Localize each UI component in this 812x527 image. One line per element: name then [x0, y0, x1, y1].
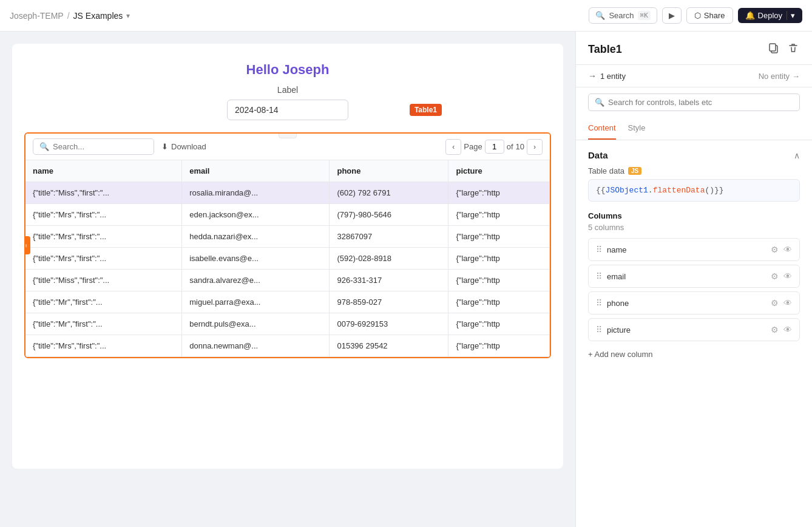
- run-button[interactable]: ▶: [662, 7, 682, 24]
- col-header-picture: picture: [448, 160, 550, 182]
- add-column-label: + Add new column: [588, 350, 653, 359]
- table-row[interactable]: {"title":"Mr","first":"...miguel.parra@e…: [25, 291, 550, 313]
- table-cell-name: {"title":"Miss","first":"...: [25, 182, 182, 204]
- column-item-picture-left: ⠿ picture: [596, 325, 631, 335]
- col-header-name: name: [25, 160, 182, 182]
- column-item-phone: ⠿ phone ⚙ 👁: [588, 291, 800, 314]
- search-button[interactable]: 🔍 Search ⌘K: [589, 7, 657, 24]
- table-cell-picture: {"large":"http: [448, 226, 550, 248]
- entity-right-arrow: →: [792, 72, 800, 81]
- column-item-name: ⠿ name ⚙ 👁: [588, 238, 800, 261]
- table-data-text: Table data: [588, 166, 624, 175]
- prev-page-button[interactable]: ‹: [445, 139, 461, 155]
- data-table: name email phone picture {"title":"Miss"…: [25, 160, 550, 357]
- entity-left[interactable]: → 1 entity: [588, 71, 626, 81]
- canvas-area: Hello Joseph Label Table1 ≡ 🔍 ⬇: [0, 32, 575, 527]
- column-picture-settings-icon[interactable]: ⚙: [771, 325, 779, 335]
- tab-style[interactable]: Style: [628, 117, 646, 140]
- table-cell-picture: {"large":"http: [448, 182, 550, 204]
- drag-handle-email[interactable]: ⠿: [596, 271, 602, 281]
- panel-header: Table1: [576, 32, 812, 65]
- share-icon: ⬡: [694, 11, 701, 20]
- hello-title: Hello Joseph: [24, 62, 551, 78]
- drag-handle-name[interactable]: ⠿: [596, 245, 602, 254]
- table-cell-email: hedda.nazari@ex...: [182, 226, 330, 248]
- code-input[interactable]: {{JSObject1.flattenData()}}: [588, 179, 800, 202]
- column-email-settings-icon[interactable]: ⚙: [771, 271, 779, 281]
- right-panel: Table1 → 1 entity: [575, 32, 812, 527]
- table-search-container: 🔍: [33, 138, 154, 155]
- column-item-name-left: ⠿ name: [596, 245, 627, 254]
- code-object-name: JSObject1: [606, 186, 648, 195]
- col-header-email: email: [182, 160, 330, 182]
- download-label: Download: [171, 142, 206, 151]
- code-dot: .: [648, 186, 653, 195]
- table-cell-name: {"title":"Mr","first":"...: [25, 313, 182, 335]
- table-resize-left-handle[interactable]: ≡: [24, 236, 30, 254]
- table-body: {"title":"Miss","first":"...rosalia.mira…: [25, 182, 550, 357]
- canvas-inner: Hello Joseph Label Table1 ≡ 🔍 ⬇: [12, 44, 563, 469]
- project-name[interactable]: Joseph-TEMP: [10, 11, 64, 21]
- page-name[interactable]: JS Examples: [73, 11, 123, 21]
- table-row[interactable]: {"title":"Mrs","first":"...hedda.nazari@…: [25, 226, 550, 248]
- data-section-chevron-icon[interactable]: ∧: [794, 151, 800, 160]
- table-cell-name: {"title":"Mrs","first":"...: [25, 226, 182, 248]
- deploy-button[interactable]: 🔔 Deploy ▾: [738, 8, 802, 23]
- table-cell-picture: {"large":"http: [448, 313, 550, 335]
- table-data-label-row: Table data JS: [588, 166, 800, 175]
- table-cell-email: sandra.alvarez@e...: [182, 270, 330, 291]
- share-button[interactable]: ⬡ Share: [686, 7, 733, 24]
- table-cell-phone: (592)-028-8918: [330, 248, 448, 270]
- search-icon: 🔍: [595, 11, 605, 20]
- label-text: Label: [24, 85, 551, 95]
- topbar-separator: /: [67, 11, 70, 21]
- column-picture-visibility-icon[interactable]: 👁: [783, 325, 792, 335]
- drag-handle-picture[interactable]: ⠿: [596, 325, 602, 335]
- table-row[interactable]: {"title":"Mrs","first":"...eden.jackson@…: [25, 204, 550, 226]
- entity-right[interactable]: No entity →: [759, 72, 800, 81]
- columns-count: 5 columns: [588, 223, 800, 232]
- copy-icon[interactable]: [767, 41, 780, 57]
- add-column-button[interactable]: + Add new column: [588, 345, 653, 364]
- column-email-visibility-icon[interactable]: 👁: [783, 271, 792, 281]
- main-layout: Hello Joseph Label Table1 ≡ 🔍 ⬇: [0, 32, 812, 527]
- column-name-settings-icon[interactable]: ⚙: [771, 245, 779, 254]
- table-row[interactable]: {"title":"Mr","first":"...berndt.puls@ex…: [25, 313, 550, 335]
- table-row[interactable]: {"title":"Miss","first":"...sandra.alvar…: [25, 270, 550, 291]
- search-controls-input[interactable]: [608, 98, 793, 107]
- table-resize-top-handle[interactable]: [279, 132, 297, 138]
- column-phone-settings-icon[interactable]: ⚙: [771, 298, 779, 308]
- table-cell-name: {"title":"Mr","first":"...: [25, 291, 182, 313]
- table-cell-email: miguel.parra@exa...: [182, 291, 330, 313]
- column-phone-visibility-icon[interactable]: 👁: [783, 298, 792, 308]
- table-cell-picture: {"large":"http: [448, 248, 550, 270]
- column-phone-icons: ⚙ 👁: [771, 298, 792, 308]
- column-picture-label: picture: [607, 325, 631, 335]
- pagination: ‹ Page of 10 ›: [445, 139, 543, 155]
- columns-section: Columns 5 columns ⠿ name ⚙ 👁 ⠿ emai: [588, 211, 800, 364]
- table-row[interactable]: {"title":"Miss","first":"...rosalia.mira…: [25, 182, 550, 204]
- column-item-picture: ⠿ picture ⚙ 👁: [588, 318, 800, 341]
- download-icon: ⬇: [161, 142, 168, 151]
- date-input[interactable]: [227, 100, 348, 120]
- page-number-input[interactable]: [485, 140, 504, 154]
- download-button[interactable]: ⬇ Download: [161, 142, 206, 151]
- tab-content[interactable]: Content: [588, 117, 616, 140]
- table-cell-name: {"title":"Mrs","first":"...: [25, 204, 182, 226]
- delete-icon[interactable]: [787, 41, 800, 57]
- column-picture-icons: ⚙ 👁: [771, 325, 792, 335]
- deploy-chevron-icon[interactable]: ▾: [787, 11, 795, 20]
- table-cell-phone: (602) 792 6791: [330, 182, 448, 204]
- column-name-visibility-icon[interactable]: 👁: [783, 245, 792, 254]
- topbar-chevron-icon[interactable]: ▾: [126, 12, 130, 20]
- share-label: Share: [704, 11, 725, 20]
- table1-badge: Table1: [410, 104, 442, 116]
- table-row[interactable]: {"title":"Mrs","first":"...donna.newman@…: [25, 335, 550, 357]
- table-cell-email: eden.jackson@ex...: [182, 204, 330, 226]
- drag-handle-phone[interactable]: ⠿: [596, 298, 602, 308]
- search-controls: 🔍: [588, 93, 800, 111]
- next-page-button[interactable]: ›: [527, 139, 543, 155]
- table-search-input[interactable]: [53, 142, 147, 151]
- panel-content: Data ∧ Table data JS {{JSObject1.flatten…: [576, 140, 812, 527]
- table-row[interactable]: {"title":"Mrs","first":"...isabelle.evan…: [25, 248, 550, 270]
